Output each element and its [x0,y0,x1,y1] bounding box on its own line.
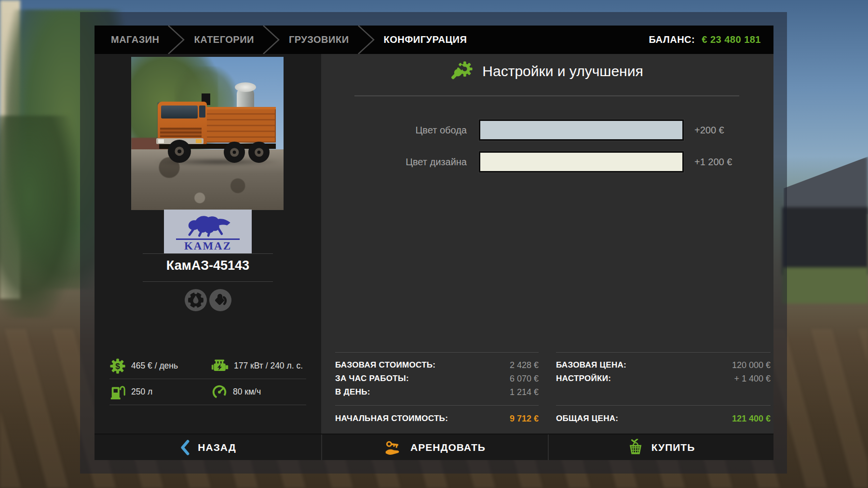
breadcrumb-shop[interactable]: МАГАЗИН [111,34,159,45]
background-barn-roof [784,157,868,214]
back-button[interactable]: НАЗАД [95,435,321,460]
cost-total-value: 121 400 € [732,414,771,424]
background-tree [0,116,77,318]
vehicle-sidebar: KAMAZ КамАЗ-45143 [95,54,321,434]
buy-button[interactable]: КУПИТЬ [548,435,773,460]
truck-side-window [199,106,205,118]
rent-button-label: АРЕНДОВАТЬ [410,442,486,453]
truck-wheel [224,142,245,163]
cost-value: 1 214 € [510,387,539,397]
cost-label: ОБЩАЯ ЦЕНА: [556,414,618,423]
back-button-label: НАЗАД [198,442,236,453]
cost-row: В ДЕНЬ: 1 214 € [335,385,539,399]
total-price: ОБЩАЯ ЦЕНА: 121 400 € [556,412,771,425]
settings-header: Настройки и улучшения [321,60,773,82]
rim-color-swatch[interactable] [479,119,684,141]
divider [143,281,273,282]
design-color-swatch[interactable] [479,151,684,172]
truck-grille [160,128,202,137]
cost-row: НАСТРОЙКИ: + 1 400 € [556,372,771,385]
max-speed-icon [211,384,228,400]
game-screen: МАГАЗИН КАТЕГОРИИ ГРУЗОВИКИ КОНФИГУРАЦИЯ… [0,0,868,488]
settings-icon [451,60,474,82]
brand-logo-text: KAMAZ [184,240,231,251]
chevron-right-icon [357,26,376,54]
divider [143,253,273,254]
configuration-badges [95,289,321,311]
truck-headlight [196,139,202,143]
background-shed [782,207,868,275]
option-price: +200 € [694,125,724,136]
svg-text:$: $ [115,362,120,371]
stats-row: 250 л 80 км/ч [109,379,306,405]
cost-label: НАЧАЛЬНАЯ СТОИМОСТЬ: [335,414,448,423]
stat-value: 250 л [131,387,152,397]
shop-panel: МАГАЗИН КАТЕГОРИИ ГРУЗОВИКИ КОНФИГУРАЦИЯ… [95,26,773,460]
rent-hand-key-icon [384,439,403,456]
stat-value: 465 € / день [131,361,178,371]
option-rim-color: Цвет обода +200 € [321,119,773,141]
cost-value: 120 000 € [732,360,771,370]
fuel-capacity-icon [109,384,126,400]
shop-window-frame: МАГАЗИН КАТЕГОРИИ ГРУЗОВИКИ КОНФИГУРАЦИЯ… [80,12,787,474]
option-label: Цвет обода [321,125,467,136]
cost-row: БАЗОВАЯ СТОИМОСТЬ: 2 428 € [335,358,539,372]
settings-title: Настройки и улучшения [482,63,643,79]
chevron-right-icon [262,26,281,54]
cost-label: В ДЕНЬ: [335,387,370,397]
balance-display: БАЛАНС: € 23 480 181 [649,34,761,45]
stat-fuel: 250 л [109,384,211,400]
divider [556,405,771,406]
truck-wheel [248,142,270,163]
breadcrumb-bar: МАГАЗИН КАТЕГОРИИ ГРУЗОВИКИ КОНФИГУРАЦИЯ… [95,26,773,54]
cost-total-value: 9 712 € [510,414,539,424]
cost-value: 6 070 € [510,374,539,384]
cost-value: 2 428 € [510,360,539,370]
truck-windshield [161,106,198,119]
balance-label: БАЛАНС: [649,34,695,45]
buy-button-label: КУПИТЬ [651,442,695,453]
action-bar: НАЗАД АРЕНДОВ [95,434,773,460]
truck-wheel [168,140,191,163]
vehicle-stats: $ 465 € / день [109,353,306,405]
rent-button[interactable]: АРЕНДОВАТЬ [321,435,548,460]
breadcrumb-configuration: КОНФИГУРАЦИЯ [384,34,467,45]
truck-cargo-bed-rail [203,107,276,109]
shop-body: KAMAZ КамАЗ-45143 [95,54,773,434]
brand-logo-kamaz: KAMAZ [164,210,252,253]
initial-cost-total: НАЧАЛЬНАЯ СТОИМОСТЬ: 9 712 € [335,412,539,425]
back-chevron-icon [179,439,190,456]
chevron-right-icon [167,26,186,54]
cost-label: ЗА ЧАС РАБОТЫ: [335,374,409,383]
breadcrumb-trucks[interactable]: ГРУЗОВИКИ [289,34,349,45]
kamaz-horse-icon [179,211,236,237]
design-color-icon [209,289,231,311]
breadcrumb-categories[interactable]: КАТЕГОРИИ [194,34,254,45]
option-label: Цвет дизайна [321,157,467,168]
vehicle-preview-image [131,57,284,210]
cost-label: НАСТРОЙКИ: [556,374,611,383]
truck-cargo-bed [203,108,276,143]
background-grass [782,267,868,303]
vehicle-name: КамАЗ-45143 [95,258,321,273]
engine-power-icon [211,358,229,374]
cost-row: ЗА ЧАС РАБОТЫ: 6 070 € [335,372,539,385]
cost-row: БАЗОВАЯ ЦЕНА: 120 000 € [556,358,771,372]
cost-label: БАЗОВАЯ СТОИМОСТЬ: [335,360,435,370]
cost-label: БАЗОВАЯ ЦЕНА: [556,360,626,370]
stat-power: 177 кВт / 240 л. с. [211,358,303,374]
divider [335,405,539,406]
truck-headlight [158,139,164,143]
balance-value: € 23 480 181 [702,34,761,45]
stat-value: 80 км/ч [233,387,261,397]
stat-maintenance: $ 465 € / день [109,358,211,374]
buy-basket-icon [627,439,644,456]
maintenance-cost-icon: $ [109,358,126,374]
purchase-price: БАЗОВАЯ ЦЕНА: 120 000 € НАСТРОЙКИ: + 1 4… [556,352,771,425]
cost-value: + 1 400 € [734,374,771,384]
option-price: +1 200 € [694,157,732,168]
stat-speed: 80 км/ч [211,384,261,400]
operating-costs: БАЗОВАЯ СТОИМОСТЬ: 2 428 € ЗА ЧАС РАБОТЫ… [335,352,539,425]
preview-silo-cap [235,82,256,92]
rim-color-icon [185,289,207,311]
